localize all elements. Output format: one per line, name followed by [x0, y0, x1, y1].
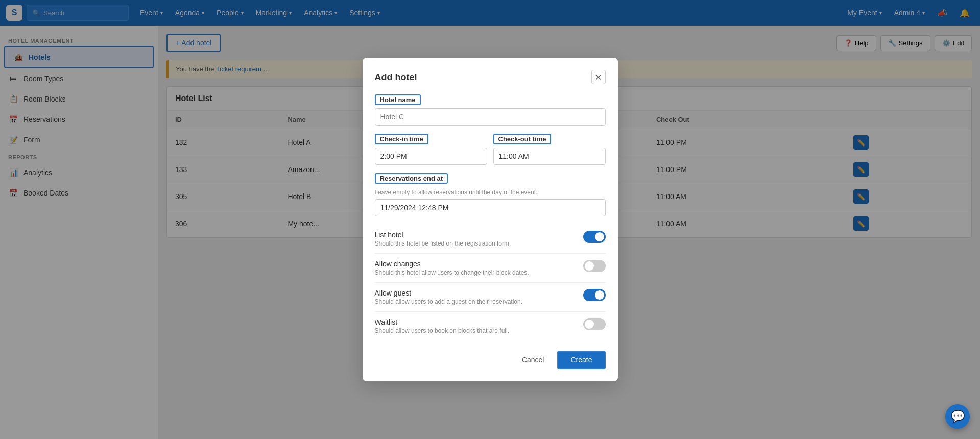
- toggle-rows: List hotel Should this hotel be listed o…: [375, 225, 606, 340]
- reservations-end-section: Reservations end at Leave empty to allow…: [375, 173, 606, 216]
- cancel-button[interactable]: Cancel: [514, 351, 553, 369]
- toggle-label-group-1: Allow changes Should this hotel allow us…: [375, 260, 529, 276]
- checkin-label: Check-in time: [375, 134, 428, 144]
- modal-header: Add hotel ✕: [375, 70, 606, 84]
- hotel-name-label: Hotel name: [375, 94, 421, 105]
- modal-overlay: Add hotel ✕ Hotel name Check-in time Che…: [0, 0, 980, 439]
- toggle-label-group-0: List hotel Should this hotel be listed o…: [375, 231, 511, 247]
- add-hotel-modal: Add hotel ✕ Hotel name Check-in time Che…: [363, 58, 618, 381]
- hotel-name-section: Hotel name: [375, 94, 606, 126]
- modal-footer: Cancel Create: [375, 351, 606, 369]
- reservations-end-hint: Leave empty to allow reservations until …: [375, 189, 606, 196]
- create-button[interactable]: Create: [557, 351, 605, 369]
- toggle-label-group-3: Waitlist Should allow users to book on b…: [375, 318, 509, 334]
- toggle-desc-2: Should allow users to add a guest on the…: [375, 298, 523, 305]
- toggle-desc-1: Should this hotel allow users to change …: [375, 269, 529, 276]
- hotel-name-input[interactable]: [375, 108, 606, 126]
- toggle-switch-2[interactable]: [583, 289, 606, 301]
- toggle-switch-1[interactable]: [583, 260, 606, 272]
- toggle-switch-0[interactable]: [583, 231, 606, 243]
- modal-close-button[interactable]: ✕: [591, 70, 606, 84]
- toggle-row-2: Allow guest Should allow users to add a …: [375, 283, 606, 312]
- toggle-row-0: List hotel Should this hotel be listed o…: [375, 225, 606, 254]
- toggle-label-0: List hotel: [375, 231, 511, 239]
- toggle-row-1: Allow changes Should this hotel allow us…: [375, 254, 606, 283]
- checkout-input[interactable]: [493, 148, 606, 165]
- chat-bubble[interactable]: 💬: [945, 404, 970, 429]
- checkout-label: Check-out time: [493, 134, 552, 144]
- toggle-label-3: Waitlist: [375, 318, 509, 326]
- checkin-checkout-row: Check-in time Check-out time: [375, 134, 606, 173]
- modal-title: Add hotel: [375, 72, 417, 83]
- toggle-row-3: Waitlist Should allow users to book on b…: [375, 312, 606, 340]
- toggle-label-1: Allow changes: [375, 260, 529, 268]
- toggle-switch-3[interactable]: [583, 318, 606, 330]
- reservations-end-input[interactable]: [375, 199, 606, 216]
- checkin-section: Check-in time: [375, 134, 487, 165]
- toggle-desc-3: Should allow users to book on blocks tha…: [375, 327, 509, 334]
- toggle-label-group-2: Allow guest Should allow users to add a …: [375, 289, 523, 305]
- checkout-section: Check-out time: [493, 134, 606, 165]
- reservations-end-label: Reservations end at: [375, 173, 448, 184]
- toggle-desc-0: Should this hotel be listed on the regis…: [375, 240, 511, 247]
- checkin-input[interactable]: [375, 148, 487, 165]
- toggle-label-2: Allow guest: [375, 289, 523, 297]
